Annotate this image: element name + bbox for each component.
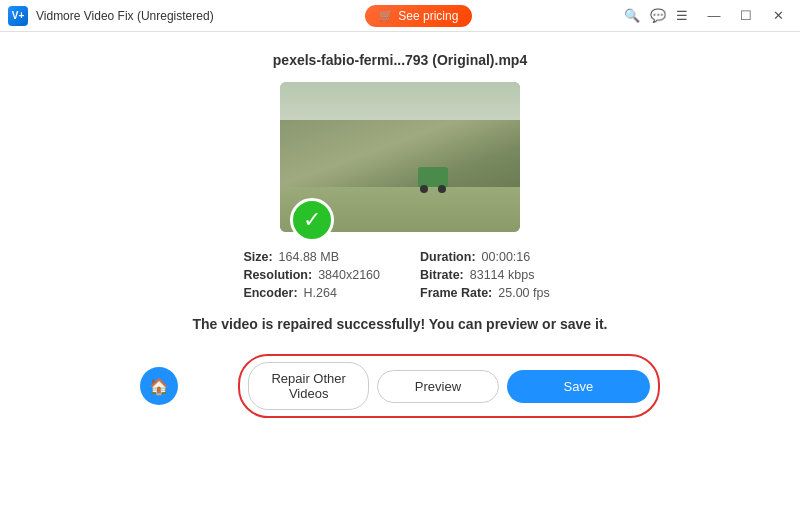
duration-row: Duration: 00:00:16 <box>420 250 557 264</box>
app-title: Vidmore Video Fix (Unregistered) <box>36 9 214 23</box>
main-content: pexels-fabio-fermi...793 (Original).mp4 … <box>0 32 800 516</box>
home-icon: 🏠 <box>149 377 169 396</box>
framerate-value: 25.00 fps <box>498 286 549 300</box>
duration-label: Duration: <box>420 250 476 264</box>
encoder-value: H.264 <box>304 286 337 300</box>
see-pricing-button[interactable]: 🛒 See pricing <box>365 5 472 27</box>
size-value: 164.88 MB <box>279 250 339 264</box>
info-grid: Size: 164.88 MB Duration: 00:00:16 Resol… <box>243 250 556 300</box>
framerate-row: Frame Rate: 25.00 fps <box>420 286 557 300</box>
close-button[interactable]: ✕ <box>764 6 792 26</box>
video-container: ✓ <box>280 82 520 232</box>
encoder-row: Encoder: H.264 <box>243 286 380 300</box>
home-button[interactable]: 🏠 <box>140 367 178 405</box>
see-pricing-label: See pricing <box>398 9 458 23</box>
video-title: pexels-fabio-fermi...793 (Original).mp4 <box>273 52 527 68</box>
repair-other-button[interactable]: Repair Other Videos <box>248 362 369 410</box>
logo-text: V+ <box>12 10 25 21</box>
search-icon[interactable]: 🔍 <box>624 8 640 23</box>
app-logo: V+ <box>8 6 28 26</box>
title-bar-right: 🔍 💬 ☰ — ☐ ✕ <box>624 6 792 26</box>
title-bar-icons: 🔍 💬 ☰ <box>624 8 688 23</box>
save-button[interactable]: Save <box>507 370 650 403</box>
size-row: Size: 164.88 MB <box>243 250 380 264</box>
action-bar: 🏠 Repair Other Videos Preview Save <box>140 354 660 418</box>
bitrate-label: Bitrate: <box>420 268 464 282</box>
title-bar-center: 🛒 See pricing <box>365 5 472 27</box>
checkmark-badge: ✓ <box>290 198 334 242</box>
duration-value: 00:00:16 <box>482 250 531 264</box>
size-label: Size: <box>243 250 272 264</box>
resolution-value: 3840x2160 <box>318 268 380 282</box>
tractor <box>418 167 448 187</box>
title-bar-left: V+ Vidmore Video Fix (Unregistered) <box>8 6 214 26</box>
resolution-row: Resolution: 3840x2160 <box>243 268 380 282</box>
framerate-label: Frame Rate: <box>420 286 492 300</box>
minimize-button[interactable]: — <box>700 6 728 26</box>
preview-button[interactable]: Preview <box>377 370 498 403</box>
maximize-button[interactable]: ☐ <box>732 6 760 26</box>
resolution-label: Resolution: <box>243 268 312 282</box>
menu-icon[interactable]: ☰ <box>676 8 688 23</box>
bitrate-value: 83114 kbps <box>470 268 535 282</box>
action-bar-border: Repair Other Videos Preview Save <box>238 354 660 418</box>
chat-icon[interactable]: 💬 <box>650 8 666 23</box>
checkmark-icon: ✓ <box>303 207 321 233</box>
hills <box>280 120 520 195</box>
cart-icon: 🛒 <box>379 9 393 22</box>
title-bar: V+ Vidmore Video Fix (Unregistered) 🛒 Se… <box>0 0 800 32</box>
bitrate-row: Bitrate: 83114 kbps <box>420 268 557 282</box>
encoder-label: Encoder: <box>243 286 297 300</box>
success-message: The video is repaired successfully! You … <box>193 316 608 332</box>
